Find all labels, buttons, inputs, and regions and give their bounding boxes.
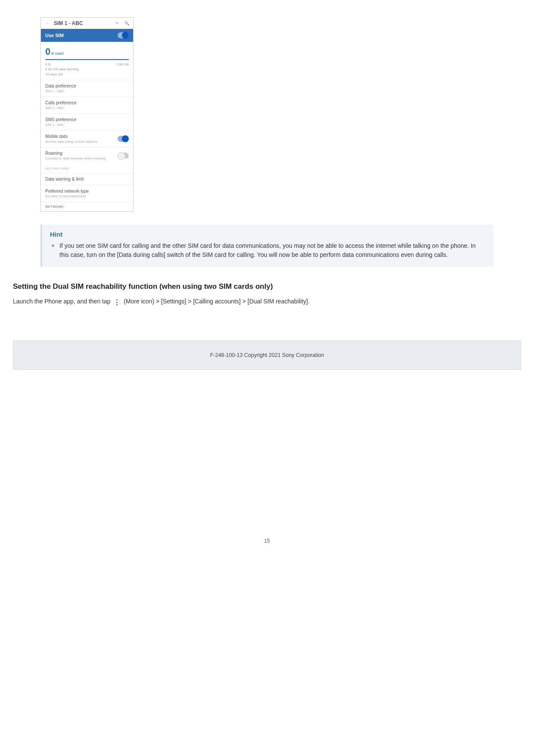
screenshot-topbar: ← SIM 1 - ABC ✎ 🔍	[41, 18, 133, 29]
sms-preference-sub: SIM 1 - ABC	[45, 123, 129, 127]
mobile-data-label: Mobile data	[45, 134, 97, 139]
usage-left-tick: 0 B	[45, 62, 50, 66]
copyright-footer: F-248-100-13 Copyright 2021 Sony Corpora…	[13, 341, 521, 370]
instruction-prefix: Launch the Phone app, and then tap	[13, 298, 112, 305]
mobile-data-sub: Access data using mobile network	[45, 140, 97, 144]
hint-box: Hint If you set one SIM card for calling…	[40, 225, 494, 267]
preferred-network-row: Preferred network type 5G NR/LTE/WCDMA/G…	[41, 185, 133, 202]
calls-preference-sub: SIM 1 - ABC	[45, 106, 129, 110]
calls-preference-label: Calls preference	[45, 100, 129, 105]
page-number: 15	[13, 538, 521, 544]
search-icon: 🔍	[124, 21, 130, 25]
dual-sim-reachability-heading: Setting the Dual SIM reachability functi…	[13, 282, 521, 291]
roaming-row: Roaming Connect to data services when ro…	[41, 147, 133, 164]
sms-preference-row: SMS preference SIM 1 - ABC	[41, 113, 133, 130]
preferred-network-sub: 5G NR/LTE/WCDMA/GSM	[45, 194, 129, 198]
use-sim-row: Use SIM	[41, 29, 133, 42]
network-section-footer: NETWORK	[41, 202, 133, 211]
sim-settings-screenshot: ← SIM 1 - ABC ✎ 🔍 Use SIM 0B used 0 B 2.…	[40, 17, 134, 212]
instruction-suffix: (More icon) > [Settings] > [Calling acco…	[122, 298, 309, 305]
preferred-network-label: Preferred network type	[45, 189, 129, 194]
hint-title: Hint	[50, 231, 486, 238]
sms-preference-label: SMS preference	[45, 117, 129, 122]
use-sim-switch	[118, 32, 129, 38]
roaming-sub: Connect to data services when roaming	[45, 156, 106, 160]
hint-item: If you set one SIM card for calling and …	[58, 241, 486, 260]
data-warning-limit-label: Data warning & limit	[45, 177, 129, 181]
mobile-data-switch	[118, 136, 129, 142]
usage-warning-2: 19 days left	[45, 72, 129, 77]
data-preference-row: Data preference SIM 1 - ABC	[41, 80, 133, 97]
usage-value: 0	[45, 46, 50, 57]
mobile-data-row: Mobile data Access data using mobile net…	[41, 130, 133, 147]
calls-preference-row: Calls preference SIM 1 - ABC	[41, 97, 133, 113]
use-sim-label: Use SIM	[45, 33, 64, 38]
usage-block: 0B used 0 B 2.00 GB 2.00 GB data warning…	[41, 42, 133, 80]
roaming-label: Roaming	[45, 151, 106, 156]
data-preference-label: Data preference	[45, 84, 129, 88]
usage-progress-bar	[45, 59, 129, 61]
usage-right-tick: 2.00 GB	[116, 62, 129, 66]
data-preference-sub: SIM 1 - ABC	[45, 89, 129, 93]
data-warning-limit-row: Data warning & limit	[41, 173, 133, 185]
app-data-usage-row: App data usage	[41, 164, 133, 173]
roaming-switch	[118, 153, 129, 159]
screenshot-title: SIM 1 - ABC	[54, 20, 111, 26]
usage-unit: B used	[51, 51, 63, 56]
more-icon: ⋮	[112, 299, 122, 305]
back-arrow-icon: ←	[44, 21, 50, 25]
edit-pencil-icon: ✎	[114, 21, 120, 25]
instruction-line: Launch the Phone app, and then tap ⋮ (Mo…	[13, 297, 521, 306]
usage-warning-1: 2.00 GB data warning	[45, 67, 129, 72]
